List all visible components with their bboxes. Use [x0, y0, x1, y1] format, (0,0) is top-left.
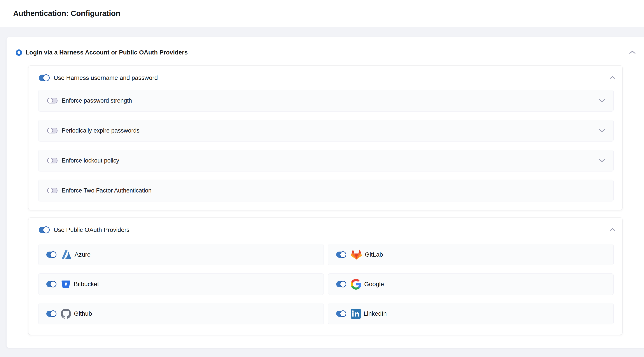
provider-row-azure: Azure — [38, 244, 324, 265]
google-icon — [351, 279, 362, 290]
toggle-knob — [340, 251, 346, 258]
username-password-header: Use Harness username and password — [28, 66, 622, 90]
bitbucket-icon — [61, 279, 71, 289]
github-icon — [61, 309, 71, 319]
gitlab-icon — [351, 249, 362, 260]
linkedin-toggle[interactable] — [336, 310, 346, 317]
page-header: Authentication: Configuration — [0, 0, 644, 27]
toggle-knob — [340, 310, 346, 317]
linkedin-icon — [351, 309, 361, 319]
policy-row-lockout-policy[interactable]: Enforce lockout policy — [38, 150, 614, 172]
provider-name: Azure — [74, 251, 90, 258]
oauth-providers-section: Use Public OAuth Providers Azure — [28, 218, 622, 335]
toggle-knob — [340, 281, 346, 288]
login-option-label: Login via a Harness Account or Public OA… — [26, 49, 188, 56]
auth-config-card: Login via a Harness Account or Public OA… — [6, 37, 644, 348]
provider-row-google: Google — [328, 274, 614, 295]
github-toggle[interactable] — [46, 310, 56, 317]
chevron-up-icon[interactable] — [629, 50, 636, 54]
provider-name: Bitbucket — [74, 281, 99, 288]
provider-row-linkedin: LinkedIn — [328, 303, 614, 324]
chevron-up-icon[interactable] — [610, 76, 616, 80]
oauth-provider-grid: Azure GitLab — [38, 244, 614, 324]
username-password-toggle[interactable] — [39, 74, 49, 81]
policy-row-password-strength[interactable]: Enforce password strength — [38, 90, 614, 112]
chevron-up-icon[interactable] — [610, 228, 616, 232]
chevron-down-icon[interactable] — [599, 129, 605, 132]
provider-name: LinkedIn — [364, 310, 387, 317]
azure-toggle[interactable] — [46, 252, 56, 258]
google-toggle[interactable] — [336, 281, 346, 287]
username-password-section: Use Harness username and password Enforc… — [28, 66, 622, 210]
expire-passwords-toggle[interactable] — [47, 128, 58, 134]
azure-icon — [61, 249, 72, 260]
password-strength-toggle[interactable] — [47, 98, 58, 104]
provider-row-gitlab: GitLab — [328, 244, 614, 265]
provider-name: GitLab — [365, 251, 383, 258]
oauth-providers-header: Use Public OAuth Providers — [28, 218, 622, 242]
toggle-knob — [47, 128, 53, 134]
toggle-knob — [50, 310, 56, 317]
provider-name: Google — [364, 281, 384, 288]
gitlab-toggle[interactable] — [336, 252, 346, 258]
provider-row-github: Github — [38, 303, 324, 324]
two-factor-toggle[interactable] — [47, 188, 58, 194]
bitbucket-toggle[interactable] — [46, 281, 56, 287]
oauth-providers-toggle[interactable] — [39, 226, 49, 233]
radio-selected-icon[interactable] — [16, 50, 22, 56]
toggle-knob — [47, 98, 53, 104]
policy-row-expire-passwords[interactable]: Periodically expire passwords — [38, 120, 614, 142]
policy-label: Enforce lockout policy — [62, 157, 119, 164]
toggle-knob — [47, 158, 53, 164]
policy-label: Periodically expire passwords — [62, 127, 140, 134]
login-option-harness-oauth[interactable]: Login via a Harness Account or Public OA… — [16, 49, 188, 56]
provider-row-bitbucket: Bitbucket — [38, 274, 324, 295]
lockout-policy-toggle[interactable] — [47, 158, 58, 164]
username-password-label: Use Harness username and password — [54, 74, 158, 82]
toggle-knob — [43, 226, 50, 234]
password-policy-list: Enforce password strength Periodically e… — [38, 90, 614, 210]
policy-label: Enforce password strength — [62, 97, 132, 104]
oauth-providers-label: Use Public OAuth Providers — [54, 226, 130, 234]
page-title: Authentication: Configuration — [13, 9, 120, 18]
policy-row-two-factor[interactable]: Enforce Two Factor Authentication — [38, 180, 614, 202]
toggle-knob — [43, 74, 50, 82]
chevron-down-icon[interactable] — [599, 99, 605, 102]
chevron-down-icon[interactable] — [599, 159, 605, 162]
toggle-knob — [50, 251, 56, 258]
provider-name: Github — [74, 310, 92, 317]
toggle-knob — [50, 281, 56, 288]
toggle-knob — [47, 188, 53, 194]
policy-label: Enforce Two Factor Authentication — [62, 187, 152, 194]
